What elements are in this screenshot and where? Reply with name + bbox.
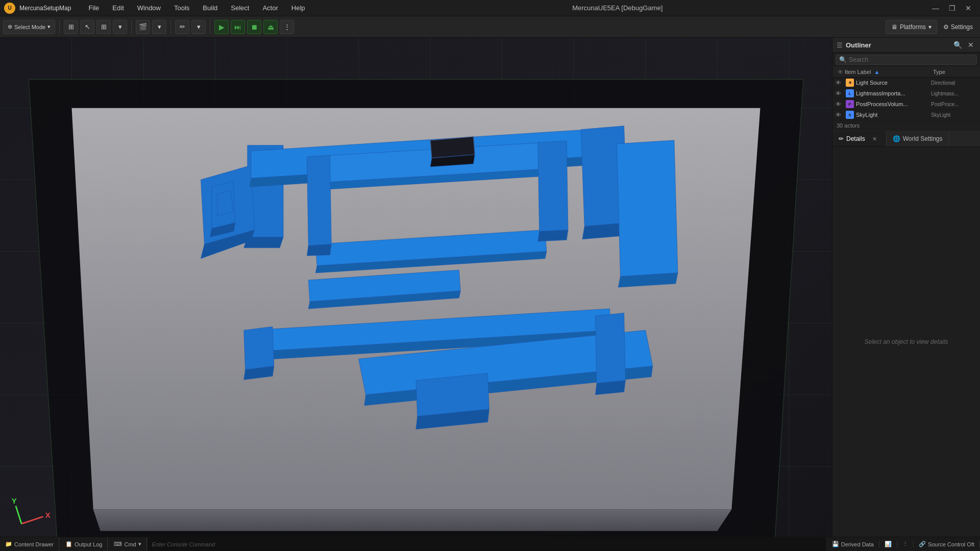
platforms-button[interactable]: 🖥 Platforms ▾ — [886, 20, 937, 34]
notifications-button[interactable]: 📊 — [879, 541, 897, 547]
cmd-icon: ⌨ — [114, 541, 122, 547]
outliner-item-light-source[interactable]: 👁 ☀ Light Source Directional — [832, 78, 980, 88]
outliner-search-input[interactable] — [849, 56, 973, 63]
more-status-button[interactable]: ⋮ — [897, 541, 914, 547]
viewport[interactable]: ◉ Perspective 💡 Lit Show ↖ ✛ ↺ ⛶ 🌐 ⊗ — [0, 38, 832, 537]
menu-actor[interactable]: Actor — [260, 3, 280, 13]
menu-help[interactable]: Help — [289, 3, 307, 13]
light-source-type: Directional — [931, 80, 977, 86]
platforms-label: Platforms — [900, 23, 926, 31]
eject-button[interactable]: ⏏ — [263, 20, 278, 34]
menu-window[interactable]: Window — [135, 3, 163, 13]
window-controls: — ❐ ✕ — [928, 3, 976, 14]
select-mode-dropdown-icon: ▾ — [47, 23, 51, 30]
settings-label: Settings — [951, 23, 973, 31]
minimize-button[interactable]: — — [928, 3, 943, 14]
derived-data-button[interactable]: 💾 Derived Data — [827, 541, 879, 547]
skylight-name: SkyLight — [856, 112, 929, 118]
snap-dropdown-button[interactable]: ▾ — [113, 20, 127, 34]
menu-edit[interactable]: Edit — [110, 3, 126, 13]
snap-button[interactable]: ⊞ — [96, 20, 111, 34]
settings-gear-icon: ⚙ — [943, 23, 949, 31]
svg-marker-51 — [595, 313, 625, 384]
outliner-title: Outliner — [846, 41, 949, 49]
menu-file[interactable]: File — [86, 3, 101, 13]
details-tab[interactable]: ✏ Details ✕ — [832, 131, 887, 146]
select-mode-button[interactable]: ⊕ Select Mode ▾ — [3, 20, 55, 34]
add-icon: ⊞ — [68, 23, 74, 31]
settings-button[interactable]: ⚙ Settings — [939, 20, 977, 34]
derived-data-icon: 💾 — [832, 541, 839, 547]
postprocess-type: PostProce... — [931, 102, 977, 107]
lightmass-type-icon: L — [846, 89, 854, 97]
cmd-label: Cmd — [124, 541, 136, 547]
content-drawer-icon: 📁 — [5, 541, 12, 547]
output-log-button[interactable]: 📋 Output Log — [60, 537, 108, 551]
content-drawer-button[interactable]: 📁 Content Drawer — [0, 537, 59, 551]
svg-marker-44 — [307, 244, 331, 256]
select-mode-label: Select Mode — [14, 24, 45, 30]
outliner-search-bar: 🔍 — [836, 55, 977, 65]
play-button[interactable]: ▶ — [214, 20, 229, 34]
outliner-item-skylight[interactable]: 👁 S SkyLight SkyLight — [832, 110, 980, 120]
toolbar-separator-4 — [210, 20, 210, 34]
outliner-search-button[interactable]: 🔍 — [952, 40, 963, 50]
outliner-close-button[interactable]: ✕ — [966, 40, 976, 50]
menu-build[interactable]: Build — [201, 3, 219, 13]
outliner-header: ☰ Outliner 🔍 ✕ — [832, 38, 980, 53]
visibility-icon-2: 👁 — [836, 101, 844, 107]
details-tab-close[interactable]: ✕ — [870, 134, 880, 144]
camera-icon: 🎬 — [139, 23, 147, 31]
brush-icon: ✏ — [180, 23, 185, 31]
source-control-label: Source Control Oft — [928, 541, 974, 547]
brush-button[interactable]: ✏ — [175, 20, 189, 34]
menu-select[interactable]: Select — [229, 3, 251, 13]
play-more-button[interactable]: ⋮ — [280, 20, 294, 34]
skip-button[interactable]: ⏭ — [231, 20, 245, 34]
svg-marker-37 — [244, 327, 274, 369]
menu-tools[interactable]: Tools — [172, 3, 191, 13]
svg-marker-55 — [430, 137, 475, 158]
cursor-button[interactable]: ↖ — [80, 20, 94, 34]
brush-dropdown-icon: ▾ — [197, 23, 201, 31]
status-right-area: 💾 Derived Data 📊 ⋮ 🔗 Source Control Oft — [827, 541, 980, 547]
details-content: Select an object to view details — [832, 147, 980, 537]
stop-button[interactable]: ⏹ — [247, 20, 261, 34]
postprocess-name: PostProcessVolum... — [856, 101, 929, 107]
visibility-icon-3: 👁 — [836, 112, 844, 118]
outliner-item-lightmass[interactable]: 👁 L LightmassImporta... Lightmass... — [832, 88, 980, 99]
svg-marker-43 — [307, 155, 331, 245]
camera-button[interactable]: 🎬 — [136, 20, 150, 34]
skylight-type-icon: S — [846, 111, 854, 119]
camera-dropdown-button[interactable]: ▾ — [152, 20, 166, 34]
sort-arrow: ▲ — [874, 69, 879, 75]
outliner-item-postprocess[interactable]: 👁 P PostProcessVolum... PostProce... — [832, 99, 980, 110]
scene-canvas: X Y — [0, 38, 832, 537]
add-actor-button[interactable]: ⊞ — [64, 20, 78, 34]
output-log-icon: 📋 — [65, 541, 72, 547]
world-settings-tab[interactable]: 🌐 World Settings — [887, 131, 949, 146]
maximize-button[interactable]: ❐ — [944, 3, 960, 14]
svg-marker-49 — [416, 373, 489, 416]
actor-count: 30 actors — [832, 120, 980, 131]
brush-dropdown-button[interactable]: ▾ — [191, 20, 206, 34]
close-button[interactable]: ✕ — [961, 3, 976, 14]
console-input[interactable] — [148, 537, 826, 551]
snap-icon: ⊞ — [101, 23, 107, 31]
source-control-button[interactable]: 🔗 Source Control Oft — [914, 541, 980, 547]
details-tab-label: Details — [846, 135, 865, 142]
select-mode-icon: ⊕ — [8, 23, 12, 30]
item-label-column-header[interactable]: 👁 Item Label ▲ — [836, 68, 929, 76]
toolbar-separator-2 — [131, 20, 132, 34]
source-control-icon: 🔗 — [919, 541, 926, 547]
main-toolbar: ⊕ Select Mode ▾ ⊞ ↖ ⊞ ▾ 🎬 ▾ ✏ ▾ ▶ ⏭ ⏹ ⏏ … — [0, 16, 980, 38]
world-settings-label: World Settings — [903, 135, 943, 142]
menu-bar: File Edit Window Tools Build Select Acto… — [86, 3, 307, 13]
title-bar: U MercunaSetupMap File Edit Window Tools… — [0, 0, 980, 16]
skylight-type: SkyLight — [931, 112, 977, 118]
toolbar-separator-3 — [170, 20, 171, 34]
type-column-header[interactable]: Type — [931, 68, 977, 76]
cmd-button[interactable]: ⌨ Cmd ▾ — [109, 537, 146, 551]
snap-dropdown-icon: ▾ — [118, 23, 122, 31]
content-drawer-label: Content Drawer — [14, 541, 54, 547]
